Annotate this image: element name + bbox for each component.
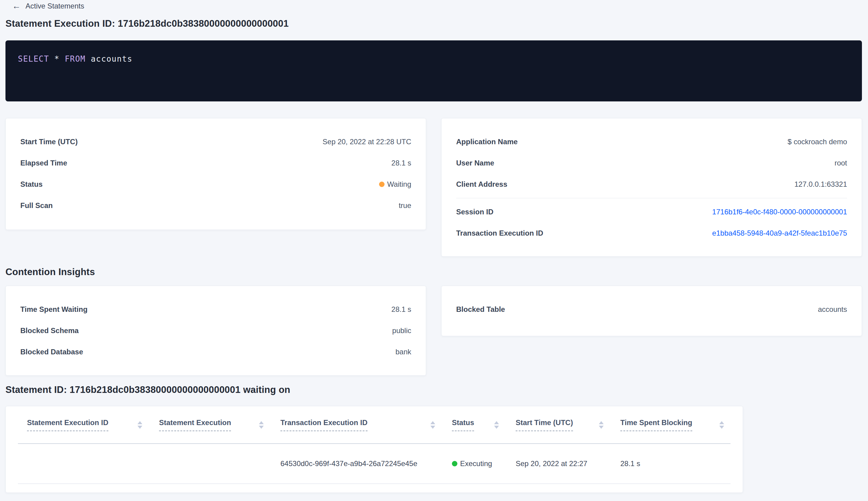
detail-label: Client Address [456,180,507,189]
detail-row: Blocked Schema public [20,320,411,341]
detail-row: Session ID 1716b1f6-4e0c-f480-0000-00000… [456,201,847,223]
detail-value: bank [395,348,411,356]
column-header-status[interactable]: Status [452,418,516,431]
column-header-time-spent-blocking[interactable]: Time Spent Blocking [620,418,741,431]
sql-keyword: FROM [65,54,86,63]
detail-label: Application Name [456,138,518,146]
sort-icon[interactable] [259,421,264,429]
detail-label: Transaction Execution ID [456,229,543,237]
breadcrumb-label: Active Statements [25,2,84,10]
column-label: Status [452,418,474,431]
status-waiting-dot-icon [379,182,384,187]
detail-row: Application Name $ cockroach demo [456,131,847,152]
contention-right-card: Blocked Table accounts [441,286,862,336]
column-header-statement-execution-id[interactable]: Statement Execution ID [27,418,159,431]
waiting-on-heading: Statement ID: 1716b218dc0b38380000000000… [6,384,290,395]
status-badge: Waiting [379,180,411,189]
sql-table-name: accounts [86,54,132,63]
detail-row: Blocked Table accounts [456,299,847,320]
breadcrumb-back-active-statements[interactable]: ← Active Statements [12,2,84,10]
sort-icon[interactable] [494,421,499,429]
column-header-statement-execution[interactable]: Statement Execution [159,418,280,431]
status-text: Waiting [387,180,411,189]
detail-label: Blocked Schema [20,327,79,335]
detail-row: Status Waiting [20,174,411,195]
column-header-transaction-execution-id[interactable]: Transaction Execution ID [280,418,452,431]
back-arrow-icon: ← [12,2,21,10]
sql-keyword: SELECT [18,54,49,63]
detail-label: Blocked Table [456,305,505,314]
column-label: Statement Execution [159,418,231,431]
detail-value: Sep 20, 2022 at 22:28 UTC [323,138,411,146]
sort-icon[interactable] [719,421,724,429]
detail-value: $ cockroach demo [788,138,847,146]
detail-value: 28.1 s [391,305,411,314]
column-label: Time Spent Blocking [620,418,692,431]
cell-transaction-execution-id: 64530d0c-969f-437e-a9b4-26a72245e45e [280,459,452,468]
detail-row: Elapsed Time 28.1 s [20,152,411,174]
detail-label: Status [20,180,43,189]
detail-value: root [835,159,847,167]
detail-label: User Name [456,159,494,167]
detail-label: Elapsed Time [20,159,67,167]
status-text: Executing [460,459,492,468]
page-title: Statement Execution ID: 1716b218dc0b3838… [6,18,289,29]
cell-time-spent-blocking: 28.1 s [620,459,741,468]
column-label: Transaction Execution ID [280,418,368,431]
sql-operator: * [49,54,65,63]
cell-start-time: Sep 20, 2022 at 22:27 [516,459,620,468]
session-id-link[interactable]: 1716b1f6-4e0c-f480-0000-000000000001 [712,208,847,216]
detail-value: accounts [818,305,847,314]
detail-label: Time Spent Waiting [20,305,87,314]
status-executing-dot-icon [452,461,457,466]
table-header-row: Statement Execution ID Statement Executi… [27,406,743,443]
detail-label: Blocked Database [20,348,83,356]
detail-row: Start Time (UTC) Sep 20, 2022 at 22:28 U… [20,131,411,152]
execution-details-card: Start Time (UTC) Sep 20, 2022 at 22:28 U… [6,118,426,230]
sort-icon[interactable] [599,421,604,429]
detail-value: 127.0.0.1:63321 [794,180,847,189]
detail-label: Session ID [456,208,493,216]
sort-icon[interactable] [430,421,435,429]
detail-row: Blocked Database bank [20,341,411,363]
detail-row: Client Address 127.0.0.1:63321 [456,174,847,195]
table-row-divider [18,483,730,484]
detail-value: true [399,201,411,210]
table-row: 64530d0c-969f-437e-a9b4-26a72245e45e Exe… [27,444,743,483]
detail-row: User Name root [456,152,847,174]
transaction-execution-id-link[interactable]: e1bba458-5948-40a9-a42f-5feac1b10e75 [712,229,847,237]
sql-statement-box: SELECT * FROM accounts [6,40,862,102]
waiting-statements-table: Statement Execution ID Statement Executi… [6,406,743,493]
sql-statement-text: SELECT * FROM accounts [18,54,849,63]
detail-row: Transaction Execution ID e1bba458-5948-4… [456,223,847,244]
card-divider [456,198,847,198]
session-details-card: Application Name $ cockroach demo User N… [441,118,862,257]
column-label: Start Time (UTC) [516,418,573,431]
contention-insights-heading: Contention Insights [6,267,95,278]
cell-status: Executing [452,459,516,468]
detail-value: 28.1 s [391,159,411,167]
column-label: Statement Execution ID [27,418,108,431]
sort-icon[interactable] [138,421,142,429]
detail-label: Full Scan [20,201,53,210]
detail-value: public [392,327,411,335]
column-header-start-time[interactable]: Start Time (UTC) [516,418,620,431]
detail-row: Time Spent Waiting 28.1 s [20,299,411,320]
contention-left-card: Time Spent Waiting 28.1 s Blocked Schema… [6,286,426,376]
detail-row: Full Scan true [20,195,411,216]
detail-label: Start Time (UTC) [20,138,78,146]
